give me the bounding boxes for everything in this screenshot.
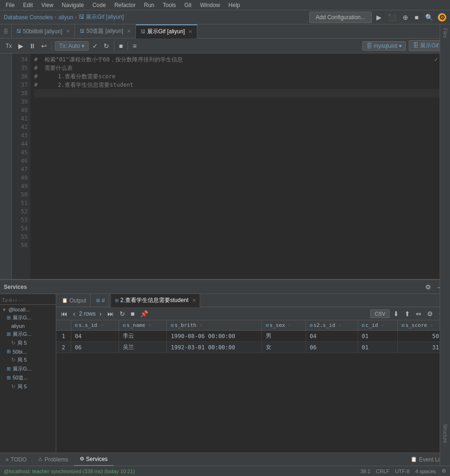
tab-close-50bilibili[interactable]: ✕	[66, 29, 70, 34]
services-tab-output[interactable]: 📋 Output	[58, 294, 90, 307]
sidebar-item-zhangshi3[interactable]: ⊞ 展示G...	[0, 364, 56, 373]
rollback-button[interactable]: ↩	[39, 41, 49, 51]
prev-row-button[interactable]: ‹	[71, 309, 77, 318]
line-numbers: 3435363738394041424344454647484950515253…	[12, 53, 30, 279]
line-separator[interactable]: CRLF	[376, 468, 390, 474]
add-configuration-button[interactable]: Add Configuration...	[309, 12, 371, 23]
tab-zhangshigif[interactable]: 🖫 展示Gif [aliyun] ✕	[136, 24, 198, 38]
tab-50bilibili[interactable]: 🖫 50bilibili [aliyun] ✕	[12, 24, 75, 38]
breadcrumb-db-consoles[interactable]: Database Consoles	[4, 14, 53, 21]
refresh-button[interactable]: ↻	[102, 41, 111, 51]
tab-close-zhangshigif[interactable]: ✕	[188, 29, 192, 34]
tab-close-50daoti[interactable]: ✕	[127, 29, 131, 34]
th-ssid[interactable]: ⊞s.s_id ÷	[71, 320, 119, 331]
menu-bar: File Edit View Navigate Code Refactor Ru…	[0, 0, 450, 10]
sidebar-prev-icon[interactable]: ‹	[13, 298, 14, 303]
main-content: 🗄 🖫 50bilibili [aliyun] ✕ 🖫 50道题 [aliyun…	[0, 24, 450, 476]
sidebar-item-aliyun[interactable]: aliyun	[0, 322, 56, 330]
pause-button[interactable]: ⏸	[27, 41, 38, 51]
table-row[interactable]: 2 06 吴兰 1992-03-01 00:00:00 女 06 01 31.0	[56, 342, 450, 353]
status-message: @localhost: teacher synchronized (339 ms…	[4, 468, 135, 474]
menu-run[interactable]: Run	[140, 1, 158, 9]
execute-button[interactable]: ▶	[16, 41, 25, 51]
menu-help[interactable]: Help	[225, 1, 244, 9]
services-header: Services ⚙ —	[0, 280, 450, 294]
sidebar-next-icon[interactable]: ›	[15, 298, 17, 303]
stop-button[interactable]: ■	[413, 13, 420, 22]
row-num: 2	[56, 342, 71, 353]
menu-edit[interactable]: Edit	[19, 1, 37, 9]
pin-button[interactable]: 📌	[138, 309, 150, 318]
last-row-button[interactable]: ⏭	[105, 309, 116, 318]
menu-file[interactable]: File	[2, 1, 18, 9]
menu-view[interactable]: View	[38, 1, 57, 9]
th-ssex[interactable]: ⊞s_sex ÷	[262, 320, 306, 331]
table-toolbar-left: ⏮ ‹ 2 rows › ⏭ ↻ ■ 📌	[59, 309, 150, 318]
debug-button[interactable]: ⬛	[386, 13, 398, 22]
cursor-position[interactable]: 38:1	[360, 468, 370, 474]
sidebar-item-50dao[interactable]: ⊞ 50道...	[0, 373, 56, 382]
stop-table-button[interactable]: ■	[129, 309, 136, 318]
sidebar-item-zhangshi1[interactable]: ⊞ 展示G...	[0, 313, 56, 322]
menu-tools[interactable]: Tools	[159, 1, 180, 9]
bottom-tab-problems[interactable]: ⚠ Problems	[32, 453, 74, 466]
sidebar-item-5a[interactable]: ↻ 局 5	[0, 339, 56, 348]
sidebar-item-50bi[interactable]: ⊞ 50bi...	[0, 348, 56, 355]
bottom-tab-todo[interactable]: ≡ TODO	[0, 453, 32, 466]
tab-close-student[interactable]: ✕	[192, 298, 196, 303]
coverage-button[interactable]: ⊕	[401, 13, 410, 22]
db-selector[interactable]: 🗄 mysqluint ▾	[362, 41, 406, 51]
menu-window[interactable]: Window	[196, 1, 224, 9]
next-row-button[interactable]: ›	[98, 309, 104, 318]
status-bar: @localhost: teacher synchronized (339 ms…	[0, 466, 450, 476]
sidebar-item-5b[interactable]: ↻ 局 5	[0, 355, 56, 364]
search-icon[interactable]: 🔍	[423, 13, 435, 22]
db-icon-small3: ⊞	[7, 348, 11, 355]
stop-query-button[interactable]: ■	[117, 41, 125, 51]
cell-sname: 李云	[119, 331, 167, 342]
rows-info: 2 rows	[79, 310, 96, 317]
table-body: 1 04 李云 1990-08-06 00:00:00 男 04 01 50.0…	[56, 331, 450, 353]
code-editor[interactable]: # 检索"01"课程分数小于60，按分数降序排列的学生信息✓# 需要什么表# 1…	[30, 53, 445, 279]
menu-git[interactable]: Git	[180, 1, 195, 9]
th-sname[interactable]: ⊞s_name ÷	[119, 320, 167, 331]
sidebar-list-icon[interactable]: ≡	[8, 297, 12, 303]
sidebar-more-icon[interactable]: ⋯	[19, 298, 23, 303]
export-button[interactable]: ⬇	[391, 309, 401, 318]
auto-mode-badge[interactable]: Tx: Auto ▾	[55, 41, 88, 51]
settings-table-button[interactable]: ⚙	[425, 309, 435, 318]
indent-info[interactable]: 4 spaces	[415, 468, 436, 474]
format-button[interactable]: ≡	[131, 41, 138, 51]
th-s2sid[interactable]: ⊞s2.s_id ÷	[306, 320, 358, 331]
csv-button[interactable]: CSV	[370, 310, 390, 318]
menu-navigate[interactable]: Navigate	[58, 1, 88, 9]
sidebar-item-zhangshi2[interactable]: ⊞ 展示G...	[0, 330, 56, 339]
services-tab-student[interactable]: ⊞ 2.查看学生信息需要student ✕	[111, 294, 200, 307]
table-row[interactable]: 1 04 李云 1990-08-06 00:00:00 男 04 01 50.0	[56, 331, 450, 342]
encoding[interactable]: UTF-8	[395, 468, 410, 474]
settings-icon[interactable]: ⚙	[442, 468, 446, 474]
tab-50daoti[interactable]: 🖫 50道题 [aliyun] ✕	[75, 24, 136, 38]
menu-code[interactable]: Code	[89, 1, 110, 9]
breadcrumb-aliyun[interactable]: aliyun	[59, 14, 73, 21]
files-label[interactable]: Files	[441, 26, 450, 40]
menu-refactor[interactable]: Refactor	[111, 1, 139, 9]
th-cid[interactable]: ⊞c_id ÷	[358, 320, 398, 331]
user-avatar[interactable]: ⚙	[438, 13, 446, 22]
run-button[interactable]: ▶	[375, 13, 383, 22]
bottom-tab-services[interactable]: ⚙ Services	[74, 453, 113, 466]
compare-button[interactable]: ⇔	[414, 309, 423, 318]
structure-label[interactable]: Structure	[441, 422, 450, 445]
services-tab-hash[interactable]: ⊞ #	[92, 294, 109, 307]
first-row-button[interactable]: ⏮	[59, 309, 69, 318]
services-settings-icon[interactable]: ⚙	[423, 282, 433, 292]
sidebar-item-locall[interactable]: ▼ @locall...	[0, 306, 56, 313]
toolbar-divider	[52, 41, 52, 51]
refresh-table-button[interactable]: ↻	[118, 309, 127, 318]
th-sbrith[interactable]: ⊞s_brith ÷	[167, 320, 262, 331]
sidebar-item-5c[interactable]: ↻ 局 5	[0, 382, 56, 391]
check-button[interactable]: ✓	[90, 41, 100, 51]
table-wrapper[interactable]: ⊞s.s_id ÷ ⊞s_name ÷ ⊞s_brith ÷ ⊞s_sex ÷ …	[56, 320, 450, 453]
transpose-button[interactable]: ⬆	[403, 309, 412, 318]
breadcrumb-current[interactable]: 🖫 展示Gif [aliyun]	[79, 13, 124, 21]
